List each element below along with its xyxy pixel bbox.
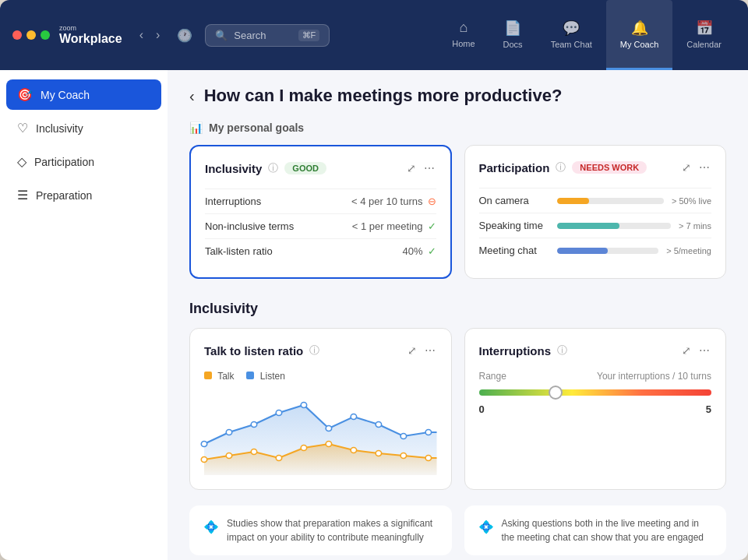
- goals-icon: 📊: [189, 122, 203, 134]
- speaking-time-row: Speaking time > 7 mins: [479, 213, 712, 238]
- maximize-button[interactable]: [41, 30, 50, 40]
- svg-point-1: [226, 430, 231, 435]
- slider-track: [479, 389, 712, 396]
- speaking-time-target: > 7 mins: [679, 221, 711, 231]
- interruptions-status-icon: ⊖: [428, 195, 436, 207]
- window-controls: [12, 30, 50, 40]
- participation-info-icon[interactable]: ⓘ: [556, 160, 566, 174]
- inclusivity-badge: GOOD: [284, 162, 326, 174]
- nav-items: ⌂ Home 📄 Docs 💬 Team Chat 🔔 My Coach 📅 C…: [438, 0, 736, 70]
- close-button[interactable]: [12, 30, 22, 40]
- back-arrow[interactable]: ‹: [135, 25, 148, 45]
- nav-calendar[interactable]: 📅 Calendar: [672, 0, 736, 70]
- talk-listen-expand-button[interactable]: ⤢: [406, 343, 418, 358]
- svg-point-3: [276, 410, 281, 416]
- search-bar[interactable]: 🔍 Search ⌘F: [205, 24, 330, 47]
- info-card-1-icon: 💠: [203, 518, 219, 537]
- sidebar-my-coach-label: My Coach: [41, 89, 90, 101]
- sidebar-item-my-coach[interactable]: 🎯 My Coach: [6, 79, 161, 110]
- nav-team-chat-label: Team Chat: [551, 40, 592, 49]
- sidebar-item-inclusivity[interactable]: ♡ Inclusivity: [6, 113, 161, 143]
- nav-my-coach[interactable]: 🔔 My Coach: [606, 0, 673, 70]
- range-numbers: 0 5: [479, 403, 712, 415]
- svg-point-14: [301, 446, 306, 451]
- goals-text: My personal goals: [209, 122, 304, 134]
- participation-expand-button[interactable]: ⤢: [680, 160, 693, 175]
- talk-listen-value: 40% ✓: [402, 245, 436, 257]
- inclusivity-icon: ♡: [17, 121, 28, 136]
- interruptions-card-info-icon[interactable]: ⓘ: [557, 343, 567, 357]
- interruptions-expand-button[interactable]: ⤢: [680, 343, 693, 358]
- interruptions-more-button[interactable]: ⋯: [697, 343, 711, 358]
- sidebar: 🎯 My Coach ♡ Inclusivity ◇ Participation…: [0, 70, 168, 560]
- zoom-label: zoom: [59, 24, 122, 32]
- talk-legend-dot: [204, 372, 212, 379]
- inclusivity-info-icon[interactable]: ⓘ: [268, 161, 278, 175]
- talk-listen-chart-title: Talk to listen ratio: [204, 344, 303, 357]
- interruptions-row: Interruptions < 4 per 10 turns ⊖: [205, 188, 436, 213]
- nav-docs[interactable]: 📄 Docs: [489, 0, 537, 70]
- preparation-icon: ☰: [17, 188, 28, 203]
- range-max: 5: [706, 403, 711, 415]
- talk-listen-chart-actions: ⤢ ⋯: [406, 343, 437, 358]
- page-header: ‹ How can I make meetings more productiv…: [189, 86, 726, 106]
- nav-arrows: ‹ ›: [135, 25, 165, 45]
- talk-legend: Talk: [204, 371, 234, 382]
- talk-listen-chart-card: Talk to listen ratio ⓘ ⤢ ⋯ Talk: [189, 328, 452, 490]
- speaking-time-fill: [557, 223, 620, 229]
- participation-card-header: Participation ⓘ NEEDS WORK ⤢ ⋯: [479, 160, 712, 175]
- participation-title: Participation: [479, 161, 550, 174]
- content-area: ‹ How can I make meetings more productiv…: [168, 70, 748, 560]
- info-card-2-icon: 💠: [478, 518, 494, 537]
- svg-point-7: [376, 422, 381, 428]
- title-bar: zoom Workplace ‹ › 🕐 🔍 Search ⌘F ⌂ Home …: [0, 0, 748, 70]
- talk-listen-status-icon: ✓: [428, 245, 436, 257]
- back-button[interactable]: ‹: [189, 87, 195, 105]
- svg-point-4: [301, 403, 306, 408]
- inclusivity-title: Inclusivity: [205, 162, 262, 175]
- svg-point-15: [326, 442, 331, 447]
- sidebar-participation-label: Participation: [34, 156, 94, 168]
- meeting-chat-row: Meeting chat > 5/meeting: [479, 238, 712, 262]
- minimize-button[interactable]: [26, 30, 36, 40]
- talk-listen-row: Talk-listen ratio 40% ✓: [205, 238, 436, 263]
- sidebar-item-preparation[interactable]: ☰ Preparation: [6, 180, 161, 210]
- chart-legend: Talk Listen: [204, 371, 437, 382]
- talk-legend-label: Talk: [217, 371, 234, 382]
- nav-home[interactable]: ⌂ Home: [438, 0, 489, 70]
- nav-team-chat[interactable]: 💬 Team Chat: [537, 0, 606, 70]
- interruptions-label: Interruptions: [205, 195, 261, 207]
- talk-listen-info-icon[interactable]: ⓘ: [309, 343, 319, 357]
- talk-listen-more-button[interactable]: ⋯: [423, 343, 437, 358]
- range-min: 0: [479, 403, 485, 415]
- talk-listen-label: Talk-listen ratio: [205, 245, 273, 257]
- interruptions-value: < 4 per 10 turns ⊖: [351, 195, 436, 207]
- inclusivity-expand-button[interactable]: ⤢: [405, 160, 418, 176]
- non-inclusive-value: < 1 per meeting ✓: [352, 220, 436, 232]
- slider-thumb[interactable]: [549, 386, 563, 400]
- on-camera-target: > 50% live: [672, 196, 711, 206]
- svg-point-13: [276, 456, 281, 461]
- svg-point-8: [400, 434, 406, 439]
- inclusivity-more-button[interactable]: ⋯: [422, 160, 436, 176]
- chart-cards-grid: Talk to listen ratio ⓘ ⤢ ⋯ Talk: [189, 328, 726, 490]
- on-camera-fill: [557, 198, 589, 204]
- listen-legend-dot: [246, 372, 254, 379]
- info-card-1: 💠 Studies show that preparation makes a …: [189, 505, 452, 555]
- listen-legend: Listen: [246, 371, 284, 382]
- inclusivity-card-header: Inclusivity ⓘ GOOD ⤢ ⋯: [205, 160, 436, 176]
- on-camera-label: On camera: [479, 195, 549, 206]
- non-inclusive-label: Non-inclusive terms: [205, 220, 294, 232]
- participation-more-button[interactable]: ⋯: [697, 160, 711, 175]
- non-inclusive-row: Non-inclusive terms < 1 per meeting ✓: [205, 213, 436, 238]
- svg-point-16: [351, 448, 356, 453]
- sidebar-item-participation[interactable]: ◇ Participation: [6, 146, 161, 177]
- forward-arrow[interactable]: ›: [151, 25, 164, 45]
- history-button[interactable]: 🕐: [174, 25, 196, 46]
- on-camera-row: On camera > 50% live: [479, 188, 712, 213]
- svg-point-2: [251, 422, 256, 428]
- zoom-brand: zoom Workplace: [59, 24, 122, 46]
- interruptions-card-title: Interruptions: [479, 344, 552, 357]
- participation-card-actions: ⤢ ⋯: [680, 160, 711, 175]
- search-text: Search: [234, 30, 266, 41]
